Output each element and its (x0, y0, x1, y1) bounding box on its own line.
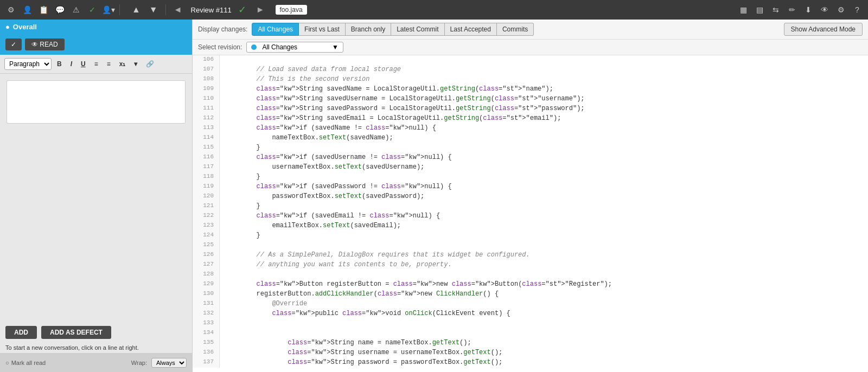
line-code: // Load saved data from local storage (220, 65, 868, 75)
toolbar-icon-4[interactable]: 💬 (53, 3, 66, 16)
btn-first-vs-last[interactable]: First vs Last (299, 23, 346, 36)
table-row[interactable]: 111 class="kw">String savedPassword = Lo… (193, 104, 868, 114)
view-icon-3[interactable]: ⇆ (769, 3, 782, 16)
toolbar-icon-3[interactable]: 📋 (37, 3, 50, 16)
table-row[interactable]: 112 class="kw">String savedEmail = Local… (193, 114, 868, 124)
table-row[interactable]: 135 class="kw">String name = nameTextBox… (193, 338, 868, 348)
line-number: 116 (193, 153, 220, 163)
unordered-list-button[interactable]: ≡ (104, 59, 114, 69)
check-button[interactable]: ✓ (5, 39, 22, 50)
advanced-mode-button[interactable]: Show Advanced Mode (784, 23, 863, 36)
btn-latest-commit[interactable]: Latest Commit (391, 23, 444, 36)
left-panel: ● Overall ✓ 👁 READ Paragraph Heading 1 H… (0, 20, 193, 372)
table-row[interactable]: 118 } (193, 172, 868, 182)
overall-label: Overall (13, 23, 37, 31)
line-code (220, 55, 868, 65)
line-code: class="kw">String savedName = LocalStora… (220, 85, 868, 94)
add-button[interactable]: ADD (5, 326, 37, 339)
toolbar-icon-user[interactable]: 👤▾ (102, 3, 115, 16)
table-row[interactable]: 133 (193, 319, 868, 329)
line-number: 127 (193, 260, 220, 270)
line-code: class="kw">String savedPassword = LocalS… (220, 104, 868, 114)
rev-value: All Changes (262, 43, 297, 51)
wrap-select[interactable]: Always Never Auto (151, 358, 187, 368)
display-label: Display changes: (198, 25, 247, 33)
mark-all-read[interactable]: ○ Mark all read (5, 360, 46, 366)
line-code: class="kw">if (savedEmail != class="kw">… (220, 211, 868, 221)
table-row[interactable]: 128 (193, 270, 868, 280)
main-layout: ● Overall ✓ 👁 READ Paragraph Heading 1 H… (0, 20, 868, 372)
btn-last-accepted[interactable]: Last Accepted (445, 23, 497, 36)
table-row[interactable]: 125 (193, 241, 868, 251)
italic-button[interactable]: I (67, 59, 75, 69)
review-accept-button[interactable]: ✓ (235, 3, 250, 17)
italic-icon: I (71, 60, 72, 68)
view-icon-1[interactable]: ▦ (737, 3, 750, 16)
review-next-button[interactable]: ► (253, 4, 268, 16)
format-select[interactable]: Paragraph Heading 1 Heading 2 Heading 3 (4, 58, 52, 70)
review-prev-button[interactable]: ◄ (170, 4, 186, 16)
table-row[interactable]: 129 class="kw">Button registerButton = c… (193, 280, 868, 290)
mark-all-read-label: Mark all read (11, 360, 46, 366)
table-row[interactable]: 110 class="kw">String savedUsername = Lo… (193, 94, 868, 104)
comment-area[interactable] (7, 80, 186, 124)
btn-all-changes[interactable]: All Changes (252, 23, 299, 36)
table-row[interactable]: 119 class="kw">if (savedPassword != clas… (193, 182, 868, 192)
line-code: usernameTextBox.setText(savedUsername); (220, 163, 868, 172)
table-row[interactable]: 122 class="kw">if (savedEmail != class="… (193, 211, 868, 221)
more-button[interactable]: ▾ (131, 59, 141, 69)
add-defect-button[interactable]: ADD AS DEFECT (41, 326, 111, 339)
table-row[interactable]: 107 // Load saved data from local storag… (193, 65, 868, 75)
btn-branch-only[interactable]: Branch only (346, 23, 391, 36)
table-row[interactable]: 130 registerButton.addClickHandler(class… (193, 290, 868, 299)
underline-button[interactable]: U (78, 59, 89, 69)
table-row[interactable]: 108 // This is the second version (193, 75, 868, 85)
toolbar-icon-accept[interactable]: ✓ (86, 3, 99, 16)
line-number: 114 (193, 133, 220, 143)
table-row[interactable]: 136 class="kw">String username = usernam… (193, 348, 868, 358)
read-button[interactable]: 👁 READ (25, 39, 65, 50)
link-button[interactable]: 🔗 (143, 59, 157, 69)
table-row[interactable]: 137 class="kw">String password = passwor… (193, 358, 868, 368)
overall-actions: ✓ 👁 READ (0, 34, 192, 55)
table-row[interactable]: 123 emailTextBox.setText(savedEmail); (193, 221, 868, 231)
line-code: // anything you want its contents to be,… (220, 260, 868, 270)
right-panel: Display changes: All Changes First vs La… (193, 20, 868, 372)
toolbar-icon-5[interactable]: ⚠ (69, 3, 82, 16)
table-row[interactable]: 121 } (193, 202, 868, 211)
bold-button[interactable]: B (54, 59, 65, 69)
help-icon[interactable]: ? (851, 3, 864, 16)
revision-dropdown[interactable]: All Changes ▼ (246, 42, 343, 53)
toolbar-icon-1[interactable]: ⚙ (4, 3, 17, 16)
table-row[interactable]: 124 } (193, 231, 868, 241)
table-row[interactable]: 117 usernameTextBox.setText(savedUsernam… (193, 163, 868, 172)
table-row[interactable]: 126 // As a SimplePanel, DialogBox requi… (193, 251, 868, 260)
btn-commits[interactable]: Commits (497, 23, 534, 36)
view-icon-5[interactable]: ⬇ (802, 3, 815, 16)
line-number: 125 (193, 241, 220, 251)
ordered-list-button[interactable]: ≡ (91, 59, 101, 69)
view-icon-4[interactable]: ✏ (786, 3, 799, 16)
code-container: 106107 // Load saved data from local sto… (193, 55, 868, 372)
top-toolbar: ⚙ 👤 📋 💬 ⚠ ✓ 👤▾ ▲ ▼ ◄ Review #111 ✓ ► foo… (0, 0, 868, 20)
table-row[interactable]: 131 @Override (193, 299, 868, 309)
table-row[interactable]: 109 class="kw">String savedName = LocalS… (193, 85, 868, 94)
toolbar-icon-2[interactable]: 👤 (21, 3, 34, 16)
table-row[interactable]: 106 (193, 55, 868, 65)
line-number: 115 (193, 143, 220, 153)
table-row[interactable]: 115 } (193, 143, 868, 153)
table-row[interactable]: 132 class="kw">public class="kw">void on… (193, 309, 868, 319)
table-row[interactable]: 113 class="kw">if (savedName != class="k… (193, 124, 868, 133)
subscript-button[interactable]: x₁ (116, 59, 129, 69)
table-row[interactable]: 134 (193, 329, 868, 338)
view-icon-6[interactable]: 👁 (818, 3, 831, 16)
nav-next-button[interactable]: ▼ (146, 4, 161, 16)
table-row[interactable]: 120 passwordTextBox.setText(savedPasswor… (193, 192, 868, 202)
comment-input[interactable] (11, 85, 181, 101)
table-row[interactable]: 127 // anything you want its contents to… (193, 260, 868, 270)
settings-icon[interactable]: ⚙ (834, 3, 847, 16)
table-row[interactable]: 116 class="kw">if (savedUsername != clas… (193, 153, 868, 163)
view-icon-2[interactable]: ▤ (753, 3, 766, 16)
nav-prev-button[interactable]: ▲ (129, 4, 144, 16)
table-row[interactable]: 114 nameTextBox.setText(savedName); (193, 133, 868, 143)
